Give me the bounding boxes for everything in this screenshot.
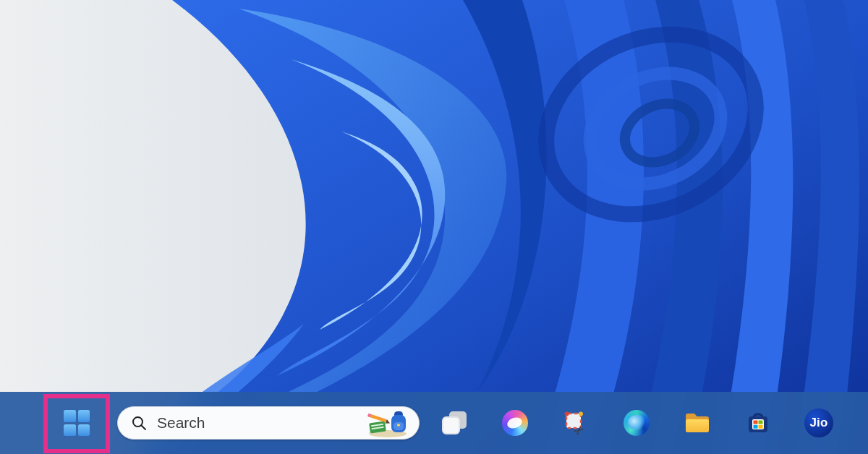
taskbar: Search <box>0 392 868 454</box>
taskbar-icon-row: ✂ <box>438 407 835 439</box>
start-button-area <box>43 392 110 454</box>
task-view-button[interactable] <box>438 407 470 439</box>
copilot-button[interactable] <box>499 407 531 439</box>
search-placeholder-text: Search <box>157 414 365 432</box>
start-button[interactable] <box>55 401 98 445</box>
edge-icon <box>624 410 650 436</box>
file-explorer-icon <box>684 411 711 434</box>
windows-start-icon <box>64 410 90 436</box>
snipping-tool-button[interactable]: ✂ <box>560 407 592 439</box>
jio-icon: Jio <box>804 408 833 437</box>
copilot-icon <box>502 410 528 436</box>
search-icon <box>131 415 147 431</box>
task-view-icon <box>442 411 467 434</box>
desktop-wallpaper <box>0 0 868 454</box>
jio-label: Jio <box>809 416 827 430</box>
jio-button[interactable]: Jio <box>803 407 835 439</box>
edge-button[interactable] <box>621 407 652 439</box>
search-highlight-art-icon <box>365 408 410 438</box>
taskbar-search-box[interactable]: Search <box>117 406 420 440</box>
microsoft-store-icon <box>745 410 771 436</box>
file-explorer-button[interactable] <box>681 407 713 439</box>
microsoft-store-button[interactable] <box>742 407 774 439</box>
snipping-tool-icon: ✂ <box>563 410 589 436</box>
